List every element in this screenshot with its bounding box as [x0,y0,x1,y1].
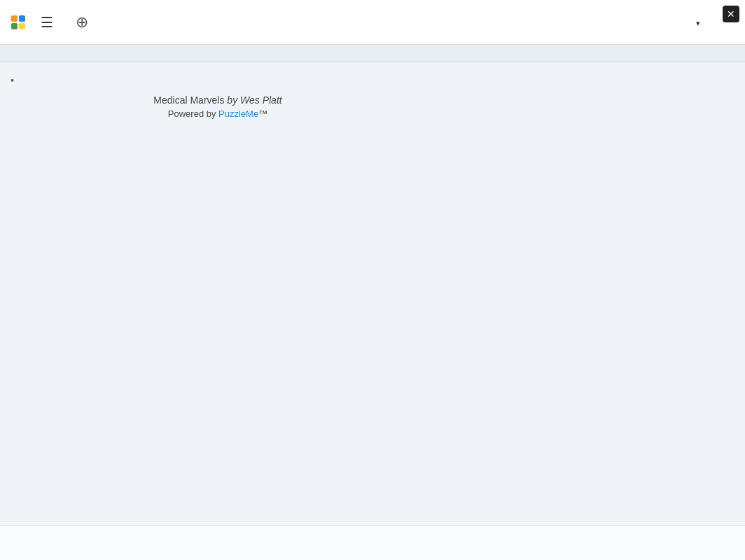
footer [0,525,745,560]
puzzle-author-italic: by Wes Platt [227,94,281,106]
assist-button[interactable] [696,16,700,28]
grid-outer [11,79,13,81]
hamburger-icon[interactable]: ☰ [41,14,53,31]
clues-panel [436,74,734,456]
close-button[interactable]: ✕ [723,6,739,22]
crossword-grid[interactable] [11,74,350,84]
clue-bar [0,45,745,62]
logo [11,15,29,29]
down-clues-section [592,76,734,456]
powered-by: Powered by PuzzleMe™ [11,108,424,119]
grid-area[interactable]: Medical Marvels by Wes Platt Powered by … [11,74,424,456]
main-area: Medical Marvels by Wes Platt Powered by … [0,62,745,467]
avatar-icon[interactable]: ⊕ [76,13,88,31]
puzzleme-link[interactable]: PuzzleMe [218,108,258,119]
logo-icon [11,15,25,29]
puzzle-title: Medical Marvels by Wes Platt [11,94,424,106]
header: ☰ ⊕ ✕ [0,0,745,45]
across-clues-section [436,76,578,456]
